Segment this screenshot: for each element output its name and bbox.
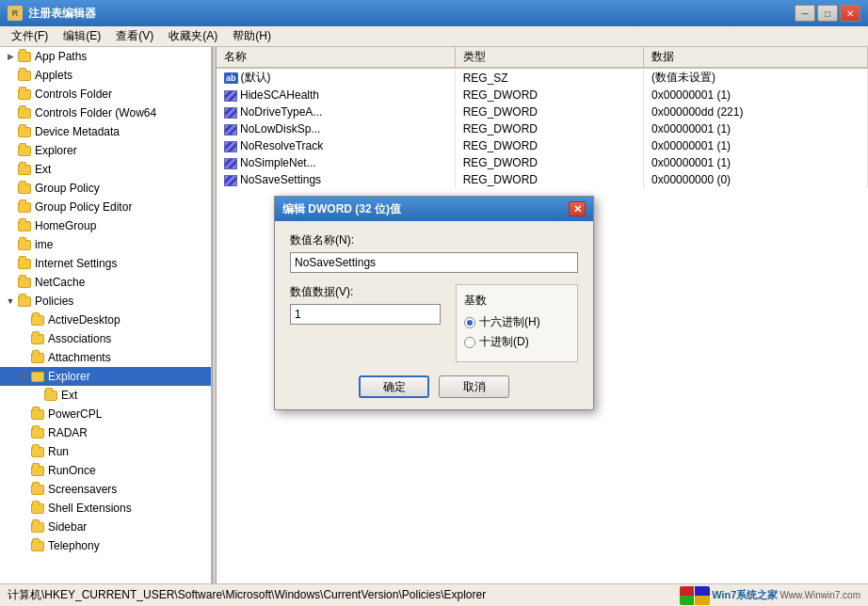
radio-hex-label: 十六进制(H): [479, 314, 540, 330]
base-section: 基数 十六进制(H) 十进制(D): [456, 284, 578, 362]
radio-dec-circle: [464, 337, 475, 348]
dialog-data-row: 数值数据(V): 基数 十六进制(H) 十进制(D): [290, 284, 578, 362]
dialog-left-section: 数值数据(V):: [290, 284, 441, 325]
dialog-title-bar: 编辑 DWORD (32 位)值 ✕: [275, 197, 593, 221]
cancel-button[interactable]: 取消: [439, 375, 509, 398]
radio-dec-label: 十进制(D): [479, 334, 529, 350]
dialog-title-text: 编辑 DWORD (32 位)值: [282, 201, 401, 217]
radio-dec[interactable]: 十进制(D): [464, 334, 570, 350]
dialog-body: 数值名称(N): 数值数据(V): 基数 十六进制(H) 十进制(D): [275, 221, 593, 409]
radio-hex[interactable]: 十六进制(H): [464, 314, 570, 330]
name-input[interactable]: [290, 252, 578, 273]
edit-dword-dialog: 编辑 DWORD (32 位)值 ✕ 数值名称(N): 数值数据(V): 基数 …: [274, 196, 594, 410]
base-label: 基数: [464, 293, 570, 309]
confirm-button[interactable]: 确定: [359, 375, 429, 398]
dialog-overlay: 编辑 DWORD (32 位)值 ✕ 数值名称(N): 数值数据(V): 基数 …: [0, 0, 868, 606]
dialog-buttons: 确定 取消: [290, 375, 578, 398]
data-label: 数值数据(V):: [290, 284, 441, 300]
dialog-close-button[interactable]: ✕: [569, 201, 586, 216]
radio-hex-circle: [464, 317, 475, 328]
data-input[interactable]: [290, 304, 441, 325]
name-label: 数值名称(N):: [290, 232, 578, 248]
